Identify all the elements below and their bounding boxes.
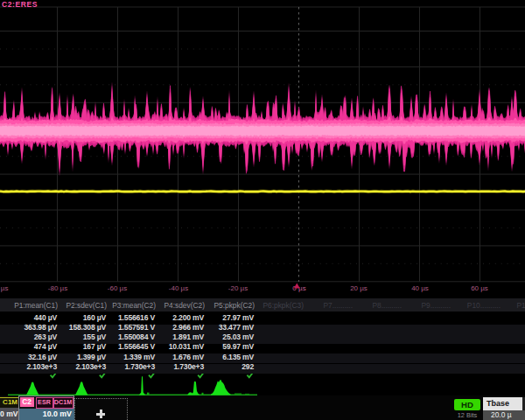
svg-text:-20 µs: -20 µs — [228, 284, 248, 292]
svg-text:-40 µs: -40 µs — [169, 284, 188, 292]
svg-text:60 µs: 60 µs — [471, 284, 488, 292]
svg-text:-60 µs: -60 µs — [108, 284, 127, 292]
svg-text:40 µs: 40 µs — [411, 284, 429, 292]
svg-text:20 µs: 20 µs — [350, 284, 368, 292]
svg-text:-100 µs: -100 µs — [0, 284, 8, 292]
svg-text:-80 µs: -80 µs — [48, 284, 67, 292]
